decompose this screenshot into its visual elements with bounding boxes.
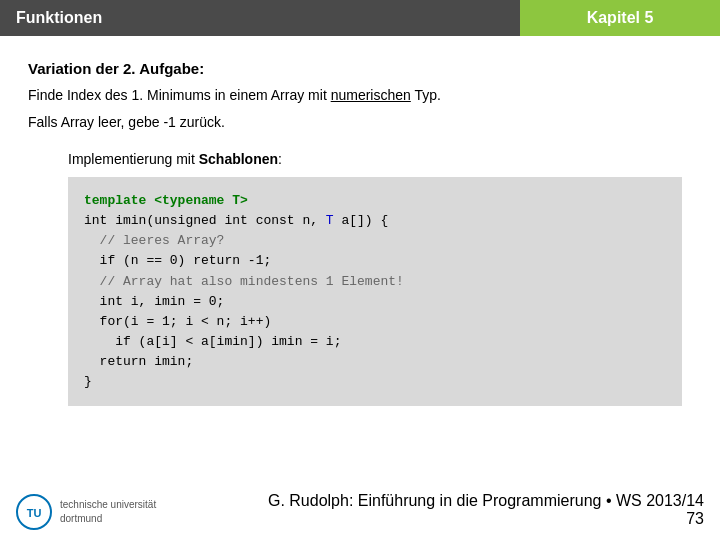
code-line-8: if (a[i] < a[imin]) imin = i; xyxy=(84,332,666,352)
header: Funktionen Kapitel 5 xyxy=(0,0,720,36)
code-line-1: template <typename T> xyxy=(84,191,666,211)
footer-citation-text: G. Rudolph: Einführung in die Programmie… xyxy=(268,492,704,510)
code-line-2: int imin(unsigned int const n, T a[]) { xyxy=(84,211,666,231)
code-line-4: if (n == 0) return -1; xyxy=(84,251,666,271)
footer-logo-area: TU technische universität dortmund xyxy=(16,494,156,530)
impl-prefix: Implementierung mit xyxy=(68,151,199,167)
impl-suffix: : xyxy=(278,151,282,167)
tud-logo-icon: TU xyxy=(16,494,52,530)
header-left-label: Funktionen xyxy=(16,9,102,27)
underline-numerischen: numerischen xyxy=(331,87,411,103)
main-content: Variation der 2. Aufgabe: Finde Index de… xyxy=(0,36,720,426)
header-right-title: Kapitel 5 xyxy=(520,0,720,36)
header-right-label: Kapitel 5 xyxy=(587,9,654,27)
footer-uni-line1: technische universität xyxy=(60,498,156,512)
description-line2: Falls Array leer, gebe -1 zurück. xyxy=(28,112,692,133)
footer-citation: G. Rudolph: Einführung in die Programmie… xyxy=(268,492,704,528)
footer-uni-line2: dortmund xyxy=(60,512,156,526)
code-line-6: int i, imin = 0; xyxy=(84,292,666,312)
section-title: Variation der 2. Aufgabe: xyxy=(28,60,692,77)
footer-page-number: 73 xyxy=(268,510,704,528)
svg-text:TU: TU xyxy=(27,507,42,519)
header-left-title: Funktionen xyxy=(0,0,520,36)
impl-bold: Schablonen xyxy=(199,151,278,167)
code-line-7: for(i = 1; i < n; i++) xyxy=(84,312,666,332)
code-block: template <typename T> int imin(unsigned … xyxy=(68,177,682,406)
code-line-10: } xyxy=(84,372,666,392)
code-line-9: return imin; xyxy=(84,352,666,372)
code-line-5: // Array hat also mindestens 1 Element! xyxy=(84,272,666,292)
code-line-3: // leeres Array? xyxy=(84,231,666,251)
description-line1: Finde Index des 1. Minimums in einem Arr… xyxy=(28,85,692,106)
footer-university-text: technische universität dortmund xyxy=(60,498,156,526)
impl-title: Implementierung mit Schablonen: xyxy=(68,151,692,167)
